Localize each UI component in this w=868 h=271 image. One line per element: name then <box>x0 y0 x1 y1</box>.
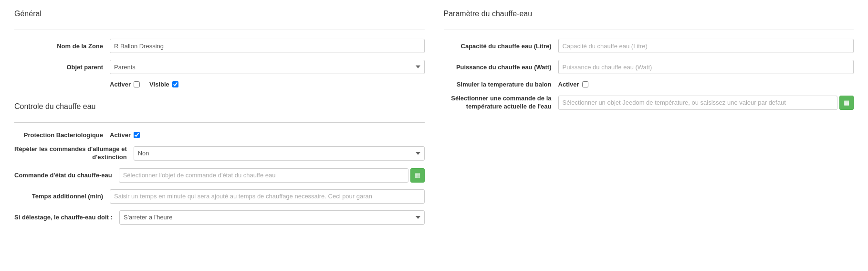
activer-visible-group: Activer Visible <box>14 81 425 88</box>
objet-parent-group: Objet parent Parents <box>14 60 425 74</box>
capacite-label: Capacité du chauffe eau (Litre) <box>444 43 558 50</box>
activer-visible-row: Activer Visible <box>110 81 178 88</box>
puissance-label: Puissance du chauffe eau (Watt) <box>444 64 558 71</box>
capacite-group: Capacité du chauffe eau (Litre) <box>444 39 854 53</box>
selectionner-input-group: ▦ <box>558 96 854 110</box>
commande-btn[interactable]: ▦ <box>410 168 425 183</box>
protection-activer-label: Activer <box>110 131 131 139</box>
commande-label: Commande d'état du chauffe-eau <box>14 172 119 179</box>
temps-label: Temps additionnel (min) <box>14 193 110 200</box>
commande-input[interactable] <box>119 168 408 183</box>
visible-checkbox-group: Visible <box>149 81 178 88</box>
parametre-divider <box>444 30 854 30</box>
visible-label: Visible <box>149 81 169 88</box>
puissance-input[interactable] <box>558 60 854 74</box>
commande-input-group: ▦ <box>119 168 425 183</box>
selectionner-input[interactable] <box>558 96 838 110</box>
selectionner-label: Sélectionner une commande de la températ… <box>444 95 558 111</box>
simuler-activer-label: Activer <box>558 81 579 88</box>
simuler-checkbox-group: Activer <box>558 81 588 88</box>
selectionner-btn[interactable]: ▦ <box>839 96 854 110</box>
simuler-checkbox[interactable] <box>582 81 588 87</box>
puissance-group: Puissance du chauffe eau (Watt) <box>444 60 854 74</box>
delestage-select[interactable]: S'arreter a l'heure Continuer <box>119 210 425 225</box>
protection-checkbox-group: Activer <box>110 131 140 139</box>
activer-checkbox[interactable] <box>134 81 140 87</box>
simuler-label: Simuler la temperature du balon <box>444 81 558 88</box>
controle-title: Controle du chauffe eau <box>14 102 425 114</box>
nom-zone-input[interactable] <box>110 39 425 53</box>
temps-group: Temps additionnel (min) <box>14 189 425 204</box>
general-divider <box>14 30 425 30</box>
nom-zone-group: Nom de la Zone <box>14 39 425 53</box>
objet-parent-label: Objet parent <box>14 64 110 71</box>
selectionner-group: Sélectionner une commande de la températ… <box>444 95 854 111</box>
repeter-label: Répéter les commandes d'allumage et d'ex… <box>14 145 134 162</box>
commande-group: Commande d'état du chauffe-eau ▦ <box>14 168 425 183</box>
repeter-group: Répéter les commandes d'allumage et d'ex… <box>14 145 425 162</box>
temps-input[interactable] <box>110 189 425 204</box>
parametre-title: Paramètre du chauffe-eau <box>444 10 854 21</box>
repeter-select[interactable]: Non Oui <box>134 146 425 161</box>
protection-group: Protection Bacteriologique Activer <box>14 131 425 139</box>
protection-label: Protection Bacteriologique <box>14 131 110 139</box>
selectionner-btn-icon: ▦ <box>844 99 849 106</box>
protection-checkbox[interactable] <box>134 132 140 138</box>
delestage-label: Si délestage, le chauffe-eau doit : <box>14 214 119 221</box>
visible-checkbox[interactable] <box>172 81 178 87</box>
capacite-input[interactable] <box>558 39 854 53</box>
activer-checkbox-group: Activer <box>110 81 140 88</box>
activer-label: Activer <box>110 81 131 88</box>
controle-divider <box>14 122 425 123</box>
objet-parent-select[interactable]: Parents <box>110 60 425 74</box>
general-title: Général <box>14 10 425 21</box>
simuler-group: Simuler la temperature du balon Activer <box>444 81 854 88</box>
commande-btn-icon: ▦ <box>415 172 420 179</box>
delestage-group: Si délestage, le chauffe-eau doit : S'ar… <box>14 210 425 225</box>
nom-zone-label: Nom de la Zone <box>14 43 110 50</box>
